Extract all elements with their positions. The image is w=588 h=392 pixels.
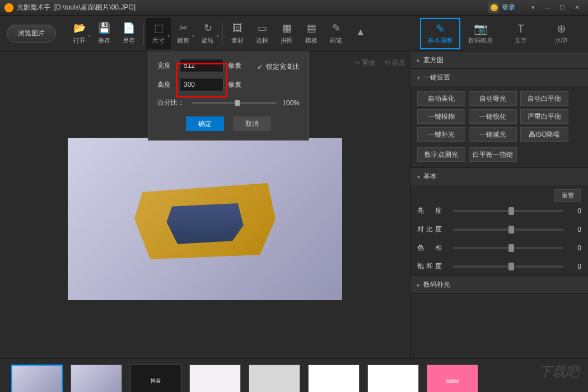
btn-auto-exposure[interactable]: 自动曝光 (469, 91, 517, 106)
thumbnail-2[interactable]: 抖音 (130, 365, 181, 393)
brightness-slider[interactable] (453, 210, 563, 212)
separator (222, 22, 223, 45)
chevron-right-icon: ▸ (417, 57, 420, 63)
basic-header[interactable]: ▾基本 (410, 168, 588, 185)
quick-buttons: 自动美化 自动曝光 自动白平衡 一键模糊 一键锐化 严重白平衡 一键补光 一键减… (417, 91, 581, 142)
tool-more[interactable]: ▲ (348, 18, 373, 49)
percent-label: 百分比： (157, 98, 186, 108)
chevron-down-icon: ▾ (417, 74, 420, 81)
tool-collage[interactable]: ▦拼图 (274, 18, 299, 49)
percent-value: 100% (282, 99, 300, 107)
check-icon: ✓ (257, 63, 263, 71)
tab-darkroom[interactable]: 📷数码暗房 (460, 18, 501, 49)
border-icon: ▭ (256, 22, 268, 34)
quick-buttons-2: 数字点测光 白平衡一指键 (417, 147, 581, 162)
title-text: 光影魔术手 [D:\tools\桌面\图片\00.JPG] (17, 3, 488, 12)
browse-button[interactable]: 浏览图片 (7, 25, 56, 43)
percent-slider[interactable] (192, 102, 277, 104)
btn-auto-wb[interactable]: 自动白平衡 (520, 91, 568, 106)
separator (143, 22, 144, 45)
redo-button[interactable]: ↪重做 (354, 58, 375, 68)
reset-button[interactable]: 重置 (554, 189, 581, 202)
thumbnail-4[interactable] (249, 365, 300, 393)
tool-crop[interactable]: ✂裁剪▾ (171, 18, 195, 49)
fill-light-header[interactable]: ▸数码补光 (410, 276, 588, 293)
btn-wb-onekey[interactable]: 白平衡一指键 (469, 147, 517, 162)
right-panel: ▸直方图 ▾一键设置 自动美化 自动曝光 自动白平衡 一键模糊 一键锐化 严重白… (410, 52, 588, 358)
thumbnail-3[interactable] (189, 365, 241, 393)
section-histogram: ▸直方图 (410, 52, 588, 69)
lock-ratio-checkbox[interactable]: ✓锁定宽高比 (257, 62, 300, 72)
canvas-image[interactable] (68, 138, 342, 300)
window-controls: ▾ ─ ☐ ✕ (526, 3, 584, 13)
oneclick-header[interactable]: ▾一键设置 (410, 69, 588, 86)
restore-button[interactable]: ⟲还原 (384, 58, 405, 68)
btn-blur[interactable]: 一键模糊 (417, 109, 465, 124)
image-content (127, 174, 283, 264)
close-button[interactable]: ✕ (570, 3, 584, 13)
redo-icon: ↪ (354, 59, 360, 67)
tab-basic-adjust[interactable]: ✎基本调整 (420, 18, 460, 49)
tool-save[interactable]: 💾保存 (92, 18, 116, 49)
hue-slider[interactable] (453, 247, 563, 249)
camera-icon: 📷 (474, 22, 487, 35)
action-bar: ↪重做 ⟲还原 (354, 56, 405, 69)
size-icon: ⬚ (152, 22, 165, 34)
rotate-icon: ↻ (202, 22, 214, 34)
edit-icon: ✎ (433, 22, 447, 35)
chevron-right-icon: ▸ (417, 282, 420, 288)
maximize-button[interactable]: ☐ (556, 3, 569, 13)
height-label: 高度 (157, 80, 180, 90)
slider-brightness: 亮 度0 (410, 202, 588, 220)
watermark-icon: ⊕ (554, 22, 568, 35)
ok-button[interactable]: 确定 (186, 116, 224, 131)
btn-fill-light[interactable]: 一键补光 (417, 127, 465, 142)
width-input[interactable] (180, 59, 223, 72)
contrast-slider[interactable] (453, 228, 563, 231)
tool-brush[interactable]: ✎画笔 (324, 18, 348, 49)
btn-auto-beautify[interactable]: 自动美化 (417, 91, 465, 106)
width-unit: 像素 (228, 61, 241, 71)
tab-text[interactable]: T文字 (501, 18, 541, 49)
tool-rotate[interactable]: ↻旋转▾ (195, 18, 220, 49)
thumbnail-1[interactable] (71, 365, 122, 393)
histogram-header[interactable]: ▸直方图 (410, 52, 588, 68)
thumbnail-7[interactable]: ilidilid (427, 365, 478, 393)
tool-open[interactable]: 📂打开▾ (67, 18, 92, 49)
material-icon: 🖼 (231, 22, 244, 34)
height-input[interactable] (180, 78, 223, 91)
tool-saveas[interactable]: 📄另存 (116, 18, 141, 49)
btn-spot-meter[interactable]: 数字点测光 (417, 147, 465, 162)
thumbnail-0[interactable] (11, 365, 63, 393)
thumbnail-strip: 抖音 ilidilid (0, 358, 588, 392)
text-icon: T (514, 22, 528, 35)
cancel-button[interactable]: 取消 (233, 116, 271, 131)
section-oneclick: ▾一键设置 自动美化 自动曝光 自动白平衡 一键模糊 一键锐化 严重白平衡 一键… (410, 69, 588, 168)
tab-watermark[interactable]: ⊕水印 (541, 18, 581, 49)
tool-border[interactable]: ▭边框 (250, 18, 274, 49)
more-icon: ▲ (354, 26, 367, 39)
tool-template[interactable]: ▤模板 (299, 18, 324, 49)
chevron-down-icon: ▾ (417, 174, 420, 180)
size-dialog: 宽度 像素 高度 像素 ✓锁定宽高比 百分比： 100% 确定 取消 (148, 52, 309, 141)
thumbnail-5[interactable] (308, 365, 360, 393)
open-icon: 📂 (73, 22, 86, 34)
btn-iso-nr[interactable]: 高ISO降噪 (520, 127, 568, 142)
dropdown-icon[interactable]: ▾ (526, 3, 540, 13)
slider-saturation: 饱和度0 (410, 257, 588, 276)
brush-icon: ✎ (330, 22, 342, 34)
tool-size[interactable]: ⬚尺寸▾ (146, 18, 171, 49)
tool-material[interactable]: 🖼素材 (225, 18, 250, 49)
restore-icon: ⟲ (384, 59, 390, 67)
minimize-button[interactable]: ─ (541, 3, 554, 13)
collage-icon: ▦ (281, 22, 293, 34)
thumbnail-6[interactable] (367, 365, 419, 393)
login-button[interactable]: 😊 登录 (488, 2, 515, 13)
user-icon: 😊 (488, 2, 500, 13)
btn-sharpen[interactable]: 一键锐化 (469, 109, 517, 124)
slider-hue: 色 相0 (410, 239, 588, 257)
app-logo-icon (4, 3, 13, 12)
btn-reduce-light[interactable]: 一键减光 (469, 127, 517, 142)
btn-severe-wb[interactable]: 严重白平衡 (520, 109, 568, 124)
saturation-slider[interactable] (453, 265, 563, 268)
